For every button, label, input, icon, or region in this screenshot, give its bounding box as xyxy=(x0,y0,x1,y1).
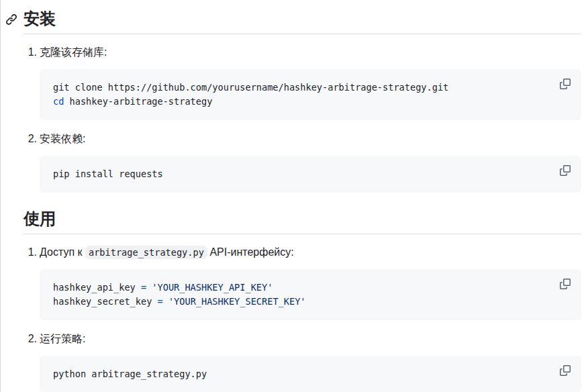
code-block-run-strategy: python arbitrage_strategy.py xyxy=(40,356,581,392)
usage-steps-list: 1. Доступ к arbitrage_strategy.py API-ин… xyxy=(23,244,581,392)
list-marker: 1. xyxy=(23,244,37,260)
heading-text-install: 安装 xyxy=(23,9,56,28)
step-text: 1. Доступ к arbitrage_strategy.py API-ин… xyxy=(40,244,581,260)
code-block-pip-install: pip install requests xyxy=(40,156,581,193)
code-block-git-clone: git clone https://github.com/yourusernam… xyxy=(40,69,581,120)
copy-button[interactable] xyxy=(556,275,575,293)
copy-icon xyxy=(560,79,571,89)
code-var: hashkey_api_key xyxy=(53,282,136,293)
heading-anchor-link[interactable] xyxy=(5,13,17,26)
step-label: 安装依赖: xyxy=(40,133,85,144)
copy-icon xyxy=(560,279,571,289)
code-var: hashkey_secret_key xyxy=(53,296,152,307)
code-line: python arbitrage_strategy.py xyxy=(53,369,207,379)
readme-page: 安装 1. 克隆该存储库: git clone https://github.c… xyxy=(0,0,586,392)
code-content: hashkey_api_key = 'YOUR_HASHKEY_API_KEY'… xyxy=(40,269,581,320)
code-content: pip install requests xyxy=(40,156,581,193)
step-text: 2. 运行策略: xyxy=(40,331,581,347)
install-steps-list: 1. 克隆该存储库: git clone https://github.com/… xyxy=(23,44,581,193)
copy-button[interactable] xyxy=(556,75,575,93)
step-label: 运行策略: xyxy=(40,333,85,344)
section-heading-usage: 使用 xyxy=(23,209,581,234)
code-block-api-keys: hashkey_api_key = 'YOUR_HASHKEY_API_KEY'… xyxy=(40,269,581,320)
list-item-clone-repo: 1. 克隆该存储库: git clone https://github.com/… xyxy=(40,44,581,120)
link-icon xyxy=(5,13,17,26)
code-token-cd: cd xyxy=(53,96,64,107)
markdown-body: 安装 1. 克隆该存储库: git clone https://github.c… xyxy=(1,9,586,392)
step-text: 1. 克隆该存储库: xyxy=(40,44,581,60)
code-token: hashkey-arbitrage-strategy xyxy=(64,96,212,107)
step-text: 2. 安装依赖: xyxy=(40,131,581,147)
section-heading-install: 安装 xyxy=(23,9,581,34)
code-string: 'YOUR_HASHKEY_API_KEY' xyxy=(152,282,273,293)
list-marker: 1. xyxy=(23,44,37,60)
code-line: git clone https://github.com/yourusernam… xyxy=(53,82,448,93)
step-label-suffix: API-интерфейсу: xyxy=(207,246,294,258)
code-operator: = xyxy=(152,296,168,307)
copy-icon xyxy=(560,165,571,176)
code-string: 'YOUR_HASHKEY_SECRET_KEY' xyxy=(168,296,306,307)
heading-text-usage: 使用 xyxy=(23,209,56,228)
code-content: python arbitrage_strategy.py xyxy=(40,356,581,392)
code-operator: = xyxy=(136,282,152,293)
step-label: 克隆该存储库: xyxy=(40,46,107,58)
list-item-api-access: 1. Доступ к arbitrage_strategy.py API-ин… xyxy=(40,244,581,320)
copy-button[interactable] xyxy=(556,161,575,180)
copy-button[interactable] xyxy=(556,361,575,380)
list-marker: 2. xyxy=(23,131,37,147)
copy-icon xyxy=(560,365,571,376)
list-item-run-strategy: 2. 运行策略: python arbitrage_strategy.py xyxy=(40,331,581,392)
inline-code-filename: arbitrage_strategy.py xyxy=(85,246,207,259)
list-marker: 2. xyxy=(23,331,37,347)
step-label-prefix: Доступ к xyxy=(40,246,85,258)
code-content: git clone https://github.com/yourusernam… xyxy=(40,69,581,120)
code-line: pip install requests xyxy=(53,168,163,179)
list-item-install-deps: 2. 安装依赖: pip install requests xyxy=(40,131,581,193)
